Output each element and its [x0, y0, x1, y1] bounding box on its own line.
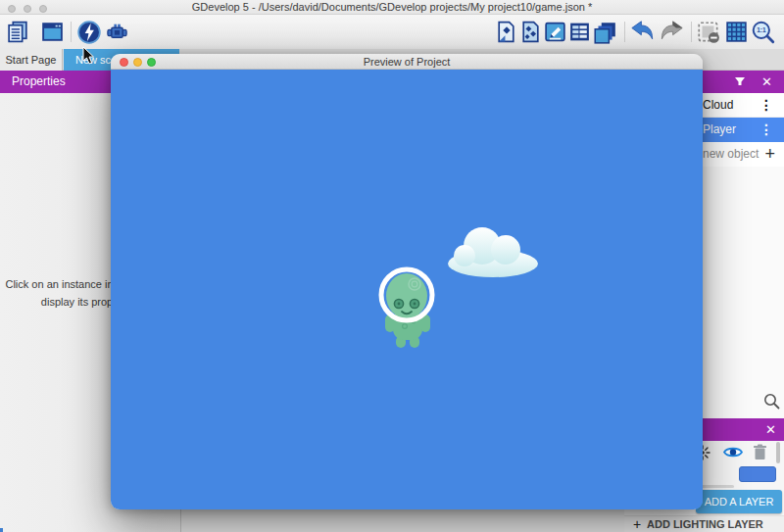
- add-object-label: new object: [703, 147, 759, 161]
- undo-icon: [629, 19, 656, 45]
- plus-icon: +: [633, 516, 641, 532]
- zoom-reset-button[interactable]: 1:1: [750, 19, 776, 45]
- preview-zoom-button[interactable]: [147, 58, 156, 67]
- instances-list-button[interactable]: [591, 19, 617, 45]
- objects-list-icon: [518, 20, 543, 44]
- edit-scene-button[interactable]: [542, 19, 568, 45]
- scene-window-icon: [40, 20, 65, 44]
- add-lighting-layer-label: ADD LIGHTING LAYER: [647, 516, 763, 532]
- toolbar-separator: [691, 22, 692, 42]
- cloud-sprite: [446, 223, 540, 278]
- scene-properties-icon: [494, 20, 518, 44]
- window-title: GDevelop 5 - /Users/david/Documents/GDev…: [0, 0, 784, 15]
- add-object-icon[interactable]: +: [764, 142, 775, 167]
- close-icon[interactable]: ✕: [761, 71, 772, 93]
- main-toolbar: 1:1: [0, 15, 784, 49]
- minimize-window-button[interactable]: [24, 5, 31, 13]
- preview-minimize-button[interactable]: [133, 58, 142, 67]
- search-icon[interactable]: [763, 393, 780, 410]
- toolbar-separator: [71, 22, 72, 42]
- toggle-grid-button[interactable]: [723, 19, 750, 45]
- tab-label: Start Page: [6, 54, 57, 66]
- grid-toggle-icon: [724, 20, 749, 44]
- debugger-gamepad-icon: [105, 20, 129, 44]
- preview-window[interactable]: Preview of Project: [111, 54, 703, 509]
- toolbar-separator: [624, 22, 625, 42]
- instances-stack-icon: [592, 20, 617, 45]
- tab-start-page[interactable]: Start Page: [0, 49, 63, 71]
- close-icon[interactable]: ✕: [765, 418, 776, 441]
- add-layer-button[interactable]: ADD A LAYER: [696, 490, 782, 513]
- object-menu-icon[interactable]: ⋮: [760, 93, 773, 118]
- edit-scene-icon: [543, 20, 567, 44]
- events-editor-button[interactable]: [566, 19, 593, 45]
- preview-window-title: Preview of Project: [111, 54, 703, 70]
- object-name: Player: [703, 122, 736, 136]
- project-manager-icon: [6, 20, 30, 44]
- debugger-button[interactable]: [104, 19, 130, 45]
- objects-editor-button[interactable]: [517, 19, 544, 45]
- properties-panel-title: Properties: [12, 74, 66, 88]
- mask-toggle-icon: [696, 20, 721, 45]
- player-sprite: [377, 266, 438, 349]
- object-name: Cloud: [703, 98, 733, 112]
- game-scene-canvas[interactable]: [111, 70, 703, 509]
- scene-properties-button[interactable]: [493, 19, 519, 45]
- undo-button[interactable]: [629, 19, 656, 45]
- preview-titlebar[interactable]: Preview of Project: [111, 54, 703, 70]
- layer-color-swatch[interactable]: [739, 466, 776, 482]
- launch-preview-button[interactable]: [75, 19, 102, 45]
- corner-fragment: [0, 528, 3, 532]
- project-manager-button[interactable]: [5, 19, 31, 45]
- scrollbar[interactable]: [776, 442, 780, 463]
- preview-play-icon: [76, 20, 102, 45]
- zoom-level-label: 1:1: [757, 26, 766, 33]
- redo-icon: [659, 19, 685, 45]
- close-window-button[interactable]: [8, 5, 16, 13]
- scene-editor-button[interactable]: [39, 19, 66, 45]
- zoom-1-1-icon: 1:1: [751, 20, 776, 45]
- main-titlebar: GDevelop 5 - /Users/david/Documents/GDev…: [0, 0, 784, 15]
- redo-button[interactable]: [659, 19, 685, 45]
- toggle-mask-button[interactable]: [695, 19, 721, 45]
- filter-icon[interactable]: [733, 74, 747, 88]
- layer-delete-trash-icon[interactable]: [753, 444, 767, 460]
- add-lighting-layer-row[interactable]: + ADD LIGHTING LAYER: [624, 515, 784, 532]
- maximize-window-button[interactable]: [39, 5, 47, 13]
- layer-visibility-eye-icon[interactable]: [723, 445, 743, 459]
- mouse-cursor: [82, 47, 96, 65]
- events-list-icon: [567, 20, 592, 44]
- object-menu-icon[interactable]: ⋮: [760, 118, 773, 142]
- preview-close-button[interactable]: [120, 58, 128, 67]
